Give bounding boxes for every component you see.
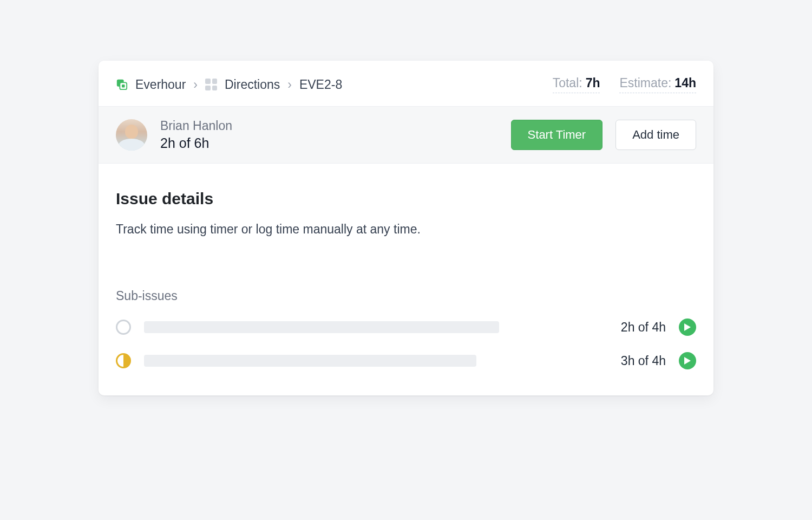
- play-button[interactable]: [679, 352, 696, 369]
- add-time-button[interactable]: Add time: [615, 120, 696, 150]
- breadcrumb-app[interactable]: Everhour: [135, 77, 186, 92]
- sub-issue-title-placeholder: [144, 355, 476, 367]
- user-info: Brian Hanlon 2h of 6h: [116, 119, 232, 151]
- play-icon: [684, 357, 691, 365]
- sub-issue-time: 2h of 4h: [621, 320, 666, 335]
- sub-issues-heading: Sub-issues: [116, 289, 696, 303]
- breadcrumb: Everhour › Directions › EVE2-8: [116, 77, 342, 92]
- action-buttons: Start Timer Add time: [511, 120, 696, 150]
- user-bar: Brian Hanlon 2h of 6h Start Timer Add ti…: [99, 106, 713, 164]
- everhour-logo-icon: [116, 79, 128, 90]
- user-name: Brian Hanlon: [160, 119, 232, 133]
- play-button[interactable]: [679, 318, 696, 336]
- status-open-icon: [116, 320, 131, 335]
- breadcrumb-separator: ›: [193, 77, 198, 92]
- card-body: Issue details Track time using timer or …: [99, 164, 713, 395]
- status-in-progress-icon: [116, 353, 131, 368]
- total-label: Total:: [553, 76, 582, 90]
- totals: Total:7h Estimate:14h: [553, 76, 696, 93]
- header: Everhour › Directions › EVE2-8 Total:7h …: [99, 61, 713, 106]
- sub-issues-list: 2h of 4h 3h of 4h: [116, 318, 696, 369]
- project-grid-icon: [205, 79, 217, 90]
- breadcrumb-project[interactable]: Directions: [225, 77, 280, 92]
- estimate-metric[interactable]: Estimate:14h: [619, 76, 696, 93]
- sub-issue-title-placeholder: [144, 321, 499, 333]
- breadcrumb-issue-key[interactable]: EVE2-8: [299, 77, 342, 92]
- issue-card: Everhour › Directions › EVE2-8 Total:7h …: [99, 61, 713, 395]
- estimate-value: 14h: [675, 76, 696, 90]
- sub-issue-row[interactable]: 3h of 4h: [116, 352, 696, 369]
- sub-issue-time: 3h of 4h: [621, 354, 666, 368]
- svg-rect-2: [122, 84, 125, 88]
- total-metric[interactable]: Total:7h: [553, 76, 600, 93]
- start-timer-button[interactable]: Start Timer: [511, 120, 603, 150]
- estimate-label: Estimate:: [619, 76, 671, 90]
- user-text: Brian Hanlon 2h of 6h: [160, 119, 232, 151]
- issue-description: Track time using timer or log time manua…: [116, 222, 696, 237]
- sub-issue-row[interactable]: 2h of 4h: [116, 318, 696, 336]
- avatar[interactable]: [116, 119, 147, 151]
- total-value: 7h: [586, 76, 600, 90]
- issue-title: Issue details: [116, 190, 696, 208]
- user-time-summary: 2h of 6h: [160, 135, 232, 151]
- breadcrumb-separator: ›: [287, 77, 292, 92]
- play-icon: [684, 323, 691, 331]
